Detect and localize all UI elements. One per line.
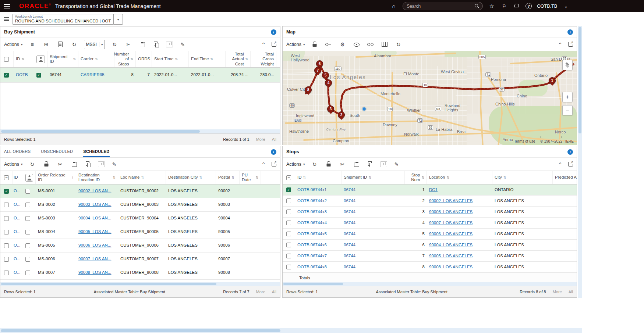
favorites-star-icon[interactable]: ☆ xyxy=(488,3,495,10)
map-canvas[interactable]: + − Terms of use © 1987–2022 HERE 123456… xyxy=(283,51,577,145)
column-header-destination-location-id[interactable]: Destination Location ID⇅ xyxy=(76,171,118,184)
horizontal-scrollbar[interactable] xyxy=(283,282,577,286)
stop-id-link[interactable]: OOTB.06744x5 xyxy=(295,229,342,239)
row-flag-checkbox[interactable] xyxy=(25,216,30,221)
shipment-id-link[interactable]: 06744 xyxy=(342,262,405,272)
stop-row[interactable]: OOTB.06744x6 06744 6 90004_LOS ANGELES L… xyxy=(283,240,577,251)
home-icon[interactable]: ⌂ xyxy=(390,3,397,10)
sort-icon[interactable]: ⇅ xyxy=(245,57,248,61)
info-icon[interactable]: i xyxy=(271,149,276,155)
edit-icon[interactable]: ✎ xyxy=(178,40,187,49)
row-flag-checkbox[interactable] xyxy=(25,271,30,275)
lock-icon[interactable] xyxy=(42,160,51,168)
row-select-checkbox[interactable] xyxy=(286,254,291,258)
row-select-checkbox[interactable]: ✓ xyxy=(4,189,9,194)
map-stop-marker[interactable]: 1 xyxy=(549,77,556,84)
notifications-bell-icon[interactable] xyxy=(513,3,520,10)
copy-icon[interactable] xyxy=(152,40,161,49)
actions-button[interactable]: Actions▾ xyxy=(4,42,23,47)
column-header-postal[interactable]: Postal⇅ xyxy=(216,171,240,184)
more-button[interactable]: More xyxy=(256,137,265,142)
column-header-total-gross-weight[interactable]: Total Gross Weight xyxy=(251,51,276,67)
collapse-panel-icon[interactable]: ⌃ xyxy=(556,160,565,168)
order-id-link[interactable]: O... xyxy=(13,253,23,266)
sort-icon[interactable]: ⇅ xyxy=(368,176,371,179)
copy-icon[interactable] xyxy=(84,160,93,168)
stop-id-link[interactable]: OOTB.06744x3 xyxy=(295,207,342,217)
order-row[interactable]: O... MS-0004 90005_LOS AN... CUSTOMER_90… xyxy=(0,225,280,239)
column-header-shipment-id[interactable]: Shipment ID⇅ xyxy=(47,51,78,67)
row-select-checkbox[interactable] xyxy=(286,221,291,225)
sort-icon[interactable]: ⇅ xyxy=(446,176,449,179)
destination-location-link[interactable]: 90007_LOS AN... xyxy=(76,253,118,266)
row-select-checkbox[interactable] xyxy=(286,198,291,203)
location-link[interactable]: 90002_LOS ANGELES xyxy=(427,196,492,206)
sort-icon[interactable]: ⇅ xyxy=(255,176,258,179)
binoculars-icon[interactable] xyxy=(366,40,375,49)
map-stop-marker[interactable]: 3 xyxy=(327,105,334,112)
more-button[interactable]: More xyxy=(256,290,265,294)
actions-button[interactable]: Actions▾ xyxy=(286,42,305,47)
search-icon[interactable] xyxy=(474,4,480,9)
map-stop-marker[interactable]: 2 xyxy=(338,111,345,118)
row-flag-checkbox[interactable]: ✓ xyxy=(36,73,41,78)
stop-id-link[interactable]: OOTB.06744x4 xyxy=(295,218,342,228)
sync-icon[interactable]: ↻ xyxy=(394,40,403,49)
sort-ascending-icon[interactable]: ↑ xyxy=(72,175,74,180)
column-header-destination-city[interactable]: Destination City⇅ xyxy=(166,171,216,184)
select-all-checkbox[interactable]: – xyxy=(286,175,291,180)
column-header-id[interactable]: ID xyxy=(13,171,23,184)
row-flag-checkbox[interactable] xyxy=(25,203,30,207)
tab-scheduled[interactable]: SCHEDULED xyxy=(83,146,109,157)
horizontal-scrollbar[interactable] xyxy=(0,282,280,286)
person-icon[interactable] xyxy=(25,174,33,182)
row-select-checkbox[interactable]: ✓ xyxy=(4,73,9,78)
sort-icon[interactable]: ⇅ xyxy=(231,176,234,179)
expand-panel-icon[interactable]: ↗ xyxy=(272,42,276,47)
row-select-checkbox[interactable] xyxy=(286,232,291,236)
order-row[interactable]: ✓ O... MS-0001 90002_LOS AN... CUSTOMER_… xyxy=(0,185,280,198)
location-link[interactable]: 90007_LOS ANGELES xyxy=(427,218,492,228)
row-flag-checkbox[interactable] xyxy=(25,189,30,194)
collapse-panel-icon[interactable]: ⌃ xyxy=(556,40,565,49)
stop-id-link[interactable]: OOTB.06744x8 xyxy=(295,262,342,272)
column-header-loc-name[interactable]: Loc Name⇅ xyxy=(118,171,166,184)
shipment-id-link[interactable]: 06744 xyxy=(342,218,405,228)
column-header-start-time[interactable]: Start Time⇅ xyxy=(152,51,189,67)
stop-row[interactable]: ✓ OOTB.06744x1 06744 1 DC1 ONTARIO xyxy=(283,185,577,196)
column-header-city[interactable]: City⇅ xyxy=(492,171,553,184)
lock-icon[interactable] xyxy=(310,40,319,49)
sort-icon[interactable]: ⇅ xyxy=(175,57,178,61)
row-select-checkbox[interactable] xyxy=(4,230,9,234)
destination-location-link[interactable]: 90002_LOS AN... xyxy=(76,185,118,198)
all-button[interactable]: All xyxy=(569,290,573,294)
buy-shipment-row[interactable]: ✓ OOTB ✓ 06744 CARRIER35 8 7 2022-01-0..… xyxy=(0,68,280,83)
sort-icon[interactable]: ⇅ xyxy=(73,57,76,61)
order-id-link[interactable]: O... xyxy=(13,212,23,225)
refresh-icon[interactable]: ↻ xyxy=(110,40,119,49)
stop-id-link[interactable]: OOTB.06744x1 xyxy=(295,185,342,195)
row-select-checkbox[interactable] xyxy=(286,210,291,214)
stop-row[interactable]: OOTB.06744x3 06744 3 90003_LOS ANGELES L… xyxy=(283,207,577,218)
cut-icon[interactable]: ✂ xyxy=(338,160,347,168)
stop-row[interactable]: OOTB.06744x5 06744 5 90006_LOS ANGELES L… xyxy=(283,229,577,240)
workbench-layout-dropdown-button[interactable]: ▾ xyxy=(113,14,123,25)
sort-icon[interactable]: ⇅ xyxy=(130,57,133,61)
row-select-checkbox[interactable] xyxy=(4,257,9,262)
tab-unscheduled[interactable]: UNSCHEDULED xyxy=(41,146,73,157)
stop-row[interactable]: OOTB.06744x8 06744 8 90008_LOS ANGELES L… xyxy=(283,262,577,273)
stop-id-link[interactable]: OOTB.06744x6 xyxy=(295,240,342,250)
map-layers-button[interactable] xyxy=(562,60,573,70)
order-id-link[interactable]: O... xyxy=(13,185,23,198)
column-header-id[interactable]: ID⇅ xyxy=(295,171,342,184)
row-select-checkbox[interactable] xyxy=(286,243,291,247)
search-input[interactable] xyxy=(406,3,474,9)
row-flag-checkbox[interactable] xyxy=(25,243,30,248)
destination-location-link[interactable]: 90003_LOS AN... xyxy=(76,198,118,211)
location-link[interactable]: 90003_LOS ANGELES xyxy=(427,207,492,217)
zoom-out-button[interactable]: − xyxy=(562,105,573,115)
column-header-total-actual-cost[interactable]: Total Actual Cost⇅ xyxy=(226,51,251,67)
shipment-id-link[interactable]: 06744 xyxy=(342,229,405,239)
info-icon[interactable]: i xyxy=(567,29,573,35)
gear-icon[interactable]: ⚙ xyxy=(338,40,347,49)
